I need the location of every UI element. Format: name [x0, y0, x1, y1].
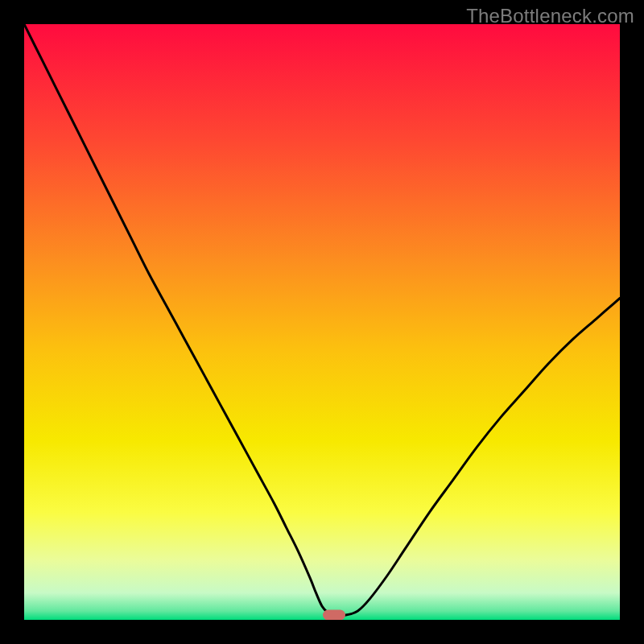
chart-frame: TheBottleneck.com	[0, 0, 644, 644]
bottleneck-curve	[24, 24, 620, 616]
optimal-point-marker	[323, 610, 345, 620]
watermark-text: TheBottleneck.com	[466, 5, 634, 27]
curve-layer	[24, 24, 620, 620]
plot-area	[24, 24, 620, 620]
